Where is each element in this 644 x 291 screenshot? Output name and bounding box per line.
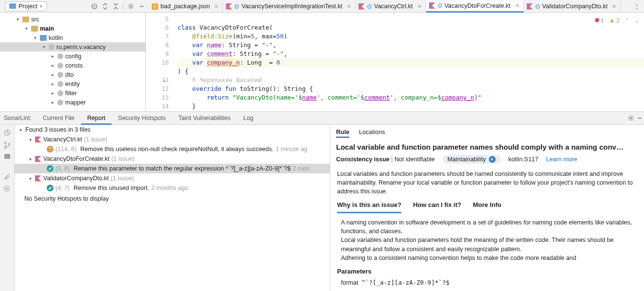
stripe-close-icon[interactable] xyxy=(3,185,11,193)
expand-all-icon[interactable] xyxy=(101,2,109,11)
issue-file-row[interactable]: ▾ VacancyCtrl.kt (1 issue) xyxy=(15,135,330,144)
tree-node-package[interactable]: ▸config xyxy=(0,51,145,61)
close-icon[interactable]: ✕ xyxy=(515,2,519,9)
tree-node-src[interactable]: ▾ src xyxy=(0,15,145,24)
bottom-tab[interactable]: Report xyxy=(81,112,112,125)
top-toolbar: Project ▾ − {}bad_package.json✕VacancySe… xyxy=(0,0,644,13)
ring-icon xyxy=(438,3,442,8)
close-icon[interactable]: ✕ xyxy=(214,3,218,10)
panel-hide-icon[interactable]: − xyxy=(635,114,644,122)
rule-meta: Consistency issue | Not identifiable Mai… xyxy=(330,153,644,168)
close-icon[interactable]: ✕ xyxy=(417,3,422,10)
project-tree[interactable]: ▾ src ▾ main ▾ kotlin ▾ ru.perm.v.vacanc… xyxy=(0,13,146,111)
svg-point-2 xyxy=(130,5,132,7)
stripe-filter-icon[interactable] xyxy=(4,154,10,159)
inspection-marks[interactable]: 1 ▲ 2 ⌃ ⌄ xyxy=(595,17,639,24)
editor-tab[interactable]: VacancyServiceImplIntegrationTest.kt✕ xyxy=(223,0,356,13)
package-icon xyxy=(57,63,63,68)
rule-inner-tab[interactable]: How can I fix it? xyxy=(413,201,461,213)
editor-tab[interactable]: ValidatorCompanyDto.kt✕ xyxy=(524,0,621,13)
issue-file-row[interactable]: ▾ VacancyDtoForCreate.kt (1 issue) xyxy=(15,154,330,164)
tree-node-package[interactable]: ▸dto xyxy=(0,70,145,79)
close-icon[interactable]: ✕ xyxy=(612,3,616,10)
tree-node-main[interactable]: ▾ main xyxy=(0,24,145,33)
issue-badge-icon: ✔ xyxy=(47,185,54,191)
stripe-tools-icon[interactable] xyxy=(3,172,11,180)
editor-tab[interactable]: VacancyDtoForCreate.kt✕ xyxy=(426,0,524,13)
issue-badge-icon: ✔ xyxy=(47,165,54,172)
kotlin-file-icon xyxy=(35,137,41,143)
rule-panel: RuleLocations Local variable and functio… xyxy=(330,125,644,291)
rule-tab[interactable]: Locations xyxy=(359,128,385,138)
bottom-tab[interactable]: Current File xyxy=(36,112,81,124)
bottom-tab[interactable]: Security Hotspots xyxy=(112,112,172,124)
issues-action-stripe xyxy=(0,125,15,291)
sonarlint-title: SonarLint: xyxy=(4,115,32,121)
editor-tab[interactable]: {}bad_package.json✕ xyxy=(149,0,223,13)
tree-node-package[interactable]: ▸consts xyxy=(0,61,145,70)
parameters-heading: Parameters xyxy=(337,267,637,276)
code-area[interactable]: class VacancyDtoForCreate( @field:Size(m… xyxy=(173,13,644,111)
ring-icon xyxy=(367,4,372,9)
project-label: Project xyxy=(18,3,37,10)
rule-inner-tab[interactable]: More Info xyxy=(473,201,501,213)
next-highlight-icon[interactable]: ⌄ xyxy=(634,17,639,24)
issues-tree[interactable]: ▾Found 3 issues in 3 files ▾ VacancyCtrl… xyxy=(15,125,330,291)
bottom-tab[interactable]: Taint Vulnerabilities xyxy=(172,112,237,124)
rule-body[interactable]: Local variables and function parameters … xyxy=(330,168,644,291)
stripe-branch-icon[interactable] xyxy=(3,141,11,149)
issue-row[interactable]: ⌃ (114, 8)Remove this useless non-null c… xyxy=(15,144,330,154)
kotlin-file-icon xyxy=(358,3,365,10)
tree-node-kotlin[interactable]: ▾ kotlin xyxy=(0,33,145,42)
stripe-analyze-icon[interactable] xyxy=(3,129,11,137)
panel-settings-icon[interactable] xyxy=(626,114,635,122)
chevron-down-icon: ▾ xyxy=(40,4,42,9)
kotlin-file-icon xyxy=(35,156,41,162)
tree-node-package[interactable]: ▸filter xyxy=(0,88,145,98)
project-selector[interactable]: Project ▾ xyxy=(5,1,47,11)
collapse-all-icon[interactable] xyxy=(111,2,120,11)
tree-node-package[interactable]: ▸mapper xyxy=(0,98,145,107)
editor-tab[interactable]: VacancyCtrl.kt✕ xyxy=(356,0,426,13)
rule-inner-tabs: Why is this an issue?How can I fix it?Mo… xyxy=(337,201,637,213)
bottom-tab[interactable]: Log xyxy=(237,112,260,124)
gutter: 567891011↑121314 xyxy=(146,13,173,111)
package-icon xyxy=(57,81,63,87)
package-icon xyxy=(57,90,63,96)
maintainability-pill[interactable]: Maintainability ▾ xyxy=(443,155,501,164)
tab-overflow-icon[interactable]: ⋮ xyxy=(632,2,641,11)
locate-icon[interactable] xyxy=(90,2,99,11)
close-icon[interactable]: ✕ xyxy=(347,3,351,10)
prev-highlight-icon[interactable]: ⌃ xyxy=(625,17,629,24)
folder-icon xyxy=(22,17,29,22)
code-editor[interactable]: 1 ▲ 2 ⌃ ⌄ 567891011↑121314 class Vacancy… xyxy=(146,13,644,111)
json-file-icon: {} xyxy=(152,3,158,10)
issue-badge-icon: ⌃ xyxy=(47,146,54,153)
package-icon xyxy=(49,44,54,50)
package-icon xyxy=(57,53,63,59)
issue-row[interactable]: ✔ (9, 8)Rename this parameter to match t… xyxy=(15,164,330,173)
package-icon xyxy=(57,100,63,105)
source-folder-icon xyxy=(40,35,47,41)
folder-icon xyxy=(31,26,38,32)
tree-node-package[interactable]: ▾ ru.perm.v.vacancy xyxy=(0,42,145,51)
rule-tab[interactable]: Rule xyxy=(336,128,349,138)
tree-node-package[interactable]: ▸entity xyxy=(0,79,145,88)
settings-gear-icon[interactable] xyxy=(126,2,135,11)
hide-panel-icon[interactable]: − xyxy=(137,2,146,11)
editor-tabs: {}bad_package.json✕VacancyServiceImplInt… xyxy=(149,0,629,13)
ring-icon xyxy=(536,4,540,9)
issue-file-row[interactable]: ▾ ValidatorCompanyDto.kt (1 issue) xyxy=(15,173,330,183)
issue-row[interactable]: ✔ (4, 7)Remove this unused import. 2 mon… xyxy=(15,183,330,193)
warning-icon: ▲ xyxy=(609,17,615,24)
rule-title: Local variable and function parameter na… xyxy=(330,141,644,153)
issues-summary[interactable]: ▾Found 3 issues in 3 files xyxy=(15,125,330,135)
rule-inner-tab[interactable]: Why is this an issue? xyxy=(337,201,401,213)
svg-point-5 xyxy=(4,142,6,144)
package-icon xyxy=(57,72,63,78)
hotspots-empty: No Security Hotspots to display xyxy=(15,194,330,204)
svg-point-6 xyxy=(4,147,6,149)
learn-more-link[interactable]: Learn more xyxy=(546,156,577,163)
bottom-tabs: SonarLint: Current FileReportSecurity Ho… xyxy=(0,112,644,124)
kotlin-file-icon xyxy=(527,3,533,10)
